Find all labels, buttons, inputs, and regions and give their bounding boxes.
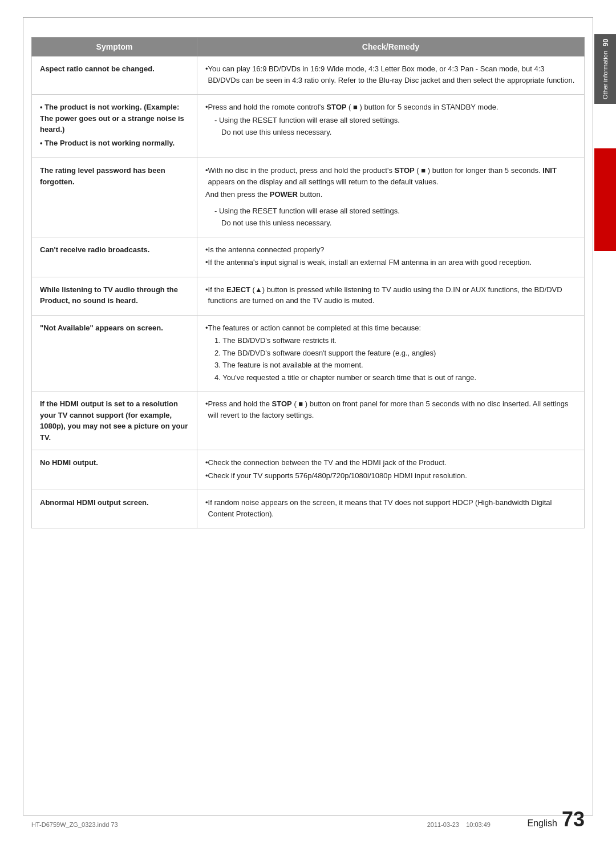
table-row: While listening to TV audio through the … <box>32 277 585 315</box>
table-row: "Not Available" appears on screen.• The … <box>32 315 585 391</box>
table-row: Abnormal HDMI output screen.• If random … <box>32 490 585 528</box>
footer-date: 2011-03-23 <box>427 821 459 828</box>
chapter-number: 06 <box>601 39 609 46</box>
symptom-cell: No HDMI output. <box>32 450 197 490</box>
footer-date-time: 2011-03-23 10:03:49 <box>427 821 491 828</box>
symptom-cell: Abnormal HDMI output screen. <box>32 490 197 528</box>
symptom-cell: Aspect ratio cannot be changed. <box>32 56 197 95</box>
remedy-cell: • You can play 16:9 BD/DVDs in 16:9 Wide… <box>197 56 585 95</box>
remedy-cell: • The features or action cannot be compl… <box>197 315 585 391</box>
main-content: Symptom Check/Remedy Aspect ratio cannot… <box>31 31 585 798</box>
symptom-cell: Can't receive radio broadcasts. <box>32 237 197 277</box>
footer-time: 10:03:49 <box>466 821 491 828</box>
col-symptom-header: Symptom <box>32 38 197 56</box>
table-row: Aspect ratio cannot be changed.• You can… <box>32 56 585 95</box>
symptom-cell: The rating level password has been forgo… <box>32 158 197 237</box>
symptom-cell: "Not Available" appears on screen. <box>32 315 197 391</box>
table-row: The rating level password has been forgo… <box>32 158 585 237</box>
symptom-cell: If the HDMI output is set to a resolutio… <box>32 391 197 450</box>
footer-page: English 73 <box>527 807 585 831</box>
symptom-cell: • The product is not working. (Example: … <box>32 95 197 158</box>
table-row: Can't receive radio broadcasts.• Is the … <box>32 237 585 277</box>
table-row: If the HDMI output is set to a resolutio… <box>32 391 585 450</box>
remedy-cell: • If the EJECT (▲) button is pressed whi… <box>197 277 585 315</box>
remedy-cell: • Check the connection between the TV an… <box>197 450 585 490</box>
footer-pagenum: 73 <box>562 807 585 831</box>
side-tab: 06 Other information <box>594 34 616 104</box>
remedy-cell: • If random noise appears on the screen,… <box>197 490 585 528</box>
remedy-cell: • Is the antenna connected properly?• If… <box>197 237 585 277</box>
remedy-cell: • Press and hold the romote control's ST… <box>197 95 585 158</box>
footer-file: HT-D6759W_ZG_0323.indd 73 <box>31 821 118 828</box>
chapter-label: Other information <box>602 51 609 99</box>
footer-lang: English <box>527 818 557 829</box>
remedy-cell: • Press and hold the STOP ( ■ ) button o… <box>197 391 585 450</box>
tab-accent <box>594 148 616 251</box>
symptom-cell: While listening to TV audio through the … <box>32 277 197 315</box>
table-row: No HDMI output.• Check the connection be… <box>32 450 585 490</box>
table-row: • The product is not working. (Example: … <box>32 95 585 158</box>
col-remedy-header: Check/Remedy <box>197 38 585 56</box>
troubleshooting-table: Symptom Check/Remedy Aspect ratio cannot… <box>31 37 585 528</box>
remedy-cell: • With no disc in the product, press and… <box>197 158 585 237</box>
